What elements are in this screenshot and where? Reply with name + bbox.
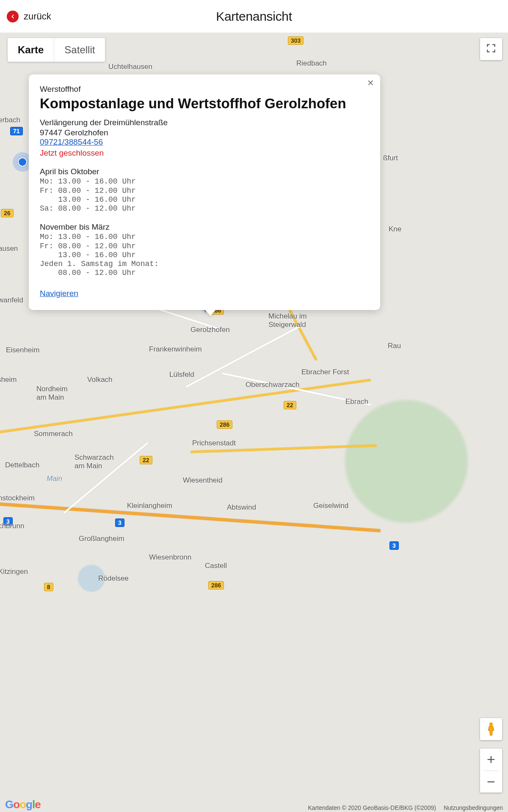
map-type-satellit[interactable]: Satellit	[54, 38, 105, 62]
back-label: zurück	[24, 11, 51, 22]
map-type-karte[interactable]: Karte	[8, 38, 54, 62]
zoom-control: + −	[480, 749, 502, 793]
season1-hours: Mo: 13.00 - 16.00 Uhr Fr: 08.00 - 12.00 …	[40, 177, 369, 213]
zoom-out-button[interactable]: −	[480, 771, 502, 793]
map-credits: Google Kartendaten © 2020 GeoBasis-DE/BK…	[0, 798, 508, 811]
app-header: zurück Kartenansicht	[0, 0, 508, 33]
road-shield-b303: 303	[288, 36, 304, 45]
road-shield-b26: 26	[1, 209, 14, 217]
map-type-toggle: Karte Satellit	[8, 38, 105, 62]
highway-shield-a3-mid: 3	[115, 518, 124, 527]
season1-title: April bis Oktober	[40, 167, 369, 176]
zoom-in-button[interactable]: +	[480, 749, 502, 771]
highway-shield-a3-west: 3	[3, 517, 13, 526]
road-shield-b22-schwarzach: 22	[140, 456, 152, 464]
road-shield-b286-bot: 286	[208, 581, 224, 590]
google-logo: Google	[5, 798, 41, 811]
highway-shield-a3-east: 3	[389, 541, 399, 550]
pegman-icon	[485, 722, 497, 736]
info-address-line2: 97447 Gerolzhofen	[40, 128, 369, 138]
fullscreen-icon	[486, 43, 497, 55]
fullscreen-button[interactable]	[480, 38, 502, 60]
back-button[interactable]: zurück	[7, 0, 51, 33]
season2-hours: Mo: 13.00 - 16.00 Uhr Fr: 08.00 - 12.00 …	[40, 233, 369, 277]
road-shield-b22-ober: 22	[284, 401, 296, 409]
info-title: Kompostanlage und Wertstoffhof Gerolzhof…	[40, 96, 369, 112]
info-window-tail	[204, 309, 216, 316]
svg-point-1	[489, 722, 493, 726]
road-shield-b286-mid: 286	[217, 420, 232, 429]
info-category: Werstoffhof	[40, 85, 369, 94]
road-shield-b8: 8	[44, 583, 53, 591]
navigate-link[interactable]: Navigieren	[40, 289, 78, 298]
back-chevron-icon	[7, 11, 19, 22]
info-status: Jetzt geschlossen	[40, 148, 369, 158]
map-data-credit: Kartendaten © 2020 GeoBasis-DE/BKG (©200…	[308, 804, 436, 811]
info-window: ✕ Werstoffhof Kompostanlage und Wertstof…	[29, 74, 380, 310]
map-terms-link[interactable]: Nutzungsbedingungen	[444, 804, 503, 811]
season2-title: November bis März	[40, 222, 369, 232]
street-view-button[interactable]	[480, 718, 502, 740]
page-title: Kartenansicht	[216, 9, 292, 24]
highway-shield-a71: 71	[10, 127, 23, 135]
info-phone-link[interactable]: 09721/388544-56	[40, 137, 103, 146]
info-address-line1: Verlängerung der Dreimühlenstraße	[40, 118, 369, 128]
map-canvas[interactable]: 71 3 3 3 303 286 286 286 286 26 22 22 8 …	[0, 33, 508, 812]
close-icon[interactable]: ✕	[367, 79, 374, 87]
